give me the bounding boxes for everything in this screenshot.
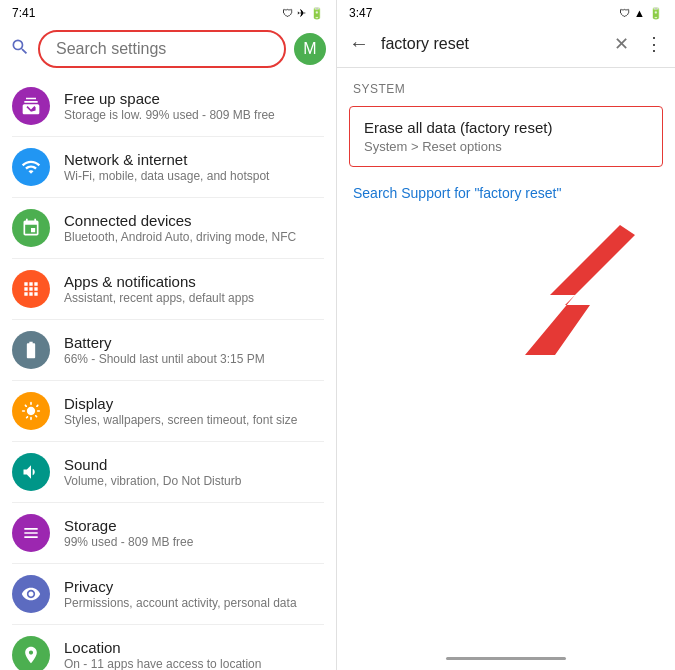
battery-subtitle: 66% - Should last until about 3:15 PM	[64, 352, 265, 366]
sound-text: Sound Volume, vibration, Do Not Disturb	[64, 456, 241, 488]
settings-item-free-space[interactable]: Free up space Storage is low. 99% used -…	[0, 76, 336, 136]
apps-title: Apps & notifications	[64, 273, 254, 290]
storage-title: Storage	[64, 517, 193, 534]
more-options-button[interactable]: ⋮	[641, 29, 667, 59]
left-status-bar: 7:41 🛡 ✈ 🔋	[0, 0, 336, 24]
right-status-bar: 3:47 🛡 ▲ 🔋	[337, 0, 675, 24]
network-title: Network & internet	[64, 151, 269, 168]
apps-icon	[12, 270, 50, 308]
support-link[interactable]: Search Support for "factory reset"	[337, 171, 675, 215]
right-wifi-icon: ▲	[634, 7, 645, 19]
connected-text: Connected devices Bluetooth, Android Aut…	[64, 212, 296, 244]
settings-item-connected[interactable]: Connected devices Bluetooth, Android Aut…	[0, 198, 336, 258]
display-title: Display	[64, 395, 297, 412]
display-subtitle: Styles, wallpapers, screen timeout, font…	[64, 413, 297, 427]
sound-icon	[12, 453, 50, 491]
network-text: Network & internet Wi-Fi, mobile, data u…	[64, 151, 269, 183]
svg-marker-1	[525, 225, 635, 355]
display-text: Display Styles, wallpapers, screen timeo…	[64, 395, 297, 427]
sound-title: Sound	[64, 456, 241, 473]
section-label: SYSTEM	[337, 72, 675, 102]
display-icon	[12, 392, 50, 430]
free-space-subtitle: Storage is low. 99% used - 809 MB free	[64, 108, 275, 122]
connected-icon	[12, 209, 50, 247]
location-title: Location	[64, 639, 261, 656]
battery-text: Battery 66% - Should last until about 3:…	[64, 334, 265, 366]
apps-text: Apps & notifications Assistant, recent a…	[64, 273, 254, 305]
right-status-icons: 🛡 ▲ 🔋	[619, 7, 663, 20]
right-time: 3:47	[349, 6, 372, 20]
result-path: System > Reset options	[364, 139, 648, 154]
storage-icon	[12, 514, 50, 552]
right-shield-icon: 🛡	[619, 7, 630, 19]
left-status-icons: 🛡 ✈ 🔋	[282, 7, 324, 20]
network-icon	[12, 148, 50, 186]
right-battery-icon: 🔋	[649, 7, 663, 20]
location-subtitle: On - 11 apps have access to location	[64, 657, 261, 670]
battery-icon: 🔋	[310, 7, 324, 20]
search-input[interactable]	[38, 30, 286, 68]
settings-item-location[interactable]: Location On - 11 apps have access to loc…	[0, 625, 336, 670]
battery-title: Battery	[64, 334, 265, 351]
storage-text: Storage 99% used - 809 MB free	[64, 517, 193, 549]
privacy-text: Privacy Permissions, account activity, p…	[64, 578, 297, 610]
battery-settings-icon	[12, 331, 50, 369]
network-subtitle: Wi-Fi, mobile, data usage, and hotspot	[64, 169, 269, 183]
left-search-bar: M	[0, 24, 336, 76]
connected-subtitle: Bluetooth, Android Auto, driving mode, N…	[64, 230, 296, 244]
red-arrow-icon	[525, 225, 645, 355]
sound-subtitle: Volume, vibration, Do Not Disturb	[64, 474, 241, 488]
settings-item-display[interactable]: Display Styles, wallpapers, screen timeo…	[0, 381, 336, 441]
arrow-area	[337, 215, 675, 395]
factory-reset-search-input[interactable]	[381, 35, 602, 53]
back-button[interactable]: ←	[345, 28, 373, 59]
right-search-bar: ← ✕ ⋮	[337, 24, 675, 67]
settings-item-sound[interactable]: Sound Volume, vibration, Do Not Disturb	[0, 442, 336, 502]
search-icon	[10, 37, 30, 62]
settings-item-privacy[interactable]: Privacy Permissions, account activity, p…	[0, 564, 336, 624]
shield-icon: 🛡	[282, 7, 293, 19]
privacy-title: Privacy	[64, 578, 297, 595]
left-panel: 7:41 🛡 ✈ 🔋 M Free up space Storage is lo…	[0, 0, 337, 670]
connected-title: Connected devices	[64, 212, 296, 229]
privacy-subtitle: Permissions, account activity, personal …	[64, 596, 297, 610]
bottom-nav-bar	[446, 657, 566, 660]
clear-button[interactable]: ✕	[610, 29, 633, 59]
free-space-text: Free up space Storage is low. 99% used -…	[64, 90, 275, 122]
privacy-icon	[12, 575, 50, 613]
bluetooth-icon: ✈	[297, 7, 306, 20]
apps-subtitle: Assistant, recent apps, default apps	[64, 291, 254, 305]
settings-item-apps[interactable]: Apps & notifications Assistant, recent a…	[0, 259, 336, 319]
avatar[interactable]: M	[294, 33, 326, 65]
settings-item-storage[interactable]: Storage 99% used - 809 MB free	[0, 503, 336, 563]
location-text: Location On - 11 apps have access to loc…	[64, 639, 261, 670]
storage-subtitle: 99% used - 809 MB free	[64, 535, 193, 549]
factory-reset-result[interactable]: Erase all data (factory reset) System > …	[349, 106, 663, 167]
free-space-icon	[12, 87, 50, 125]
settings-item-network[interactable]: Network & internet Wi-Fi, mobile, data u…	[0, 137, 336, 197]
settings-list: Free up space Storage is low. 99% used -…	[0, 76, 336, 670]
right-panel: 3:47 🛡 ▲ 🔋 ← ✕ ⋮ SYSTEM Erase all data (…	[337, 0, 675, 670]
result-title: Erase all data (factory reset)	[364, 119, 648, 136]
free-space-title: Free up space	[64, 90, 275, 107]
settings-item-battery[interactable]: Battery 66% - Should last until about 3:…	[0, 320, 336, 380]
left-time: 7:41	[12, 6, 35, 20]
location-icon	[12, 636, 50, 670]
